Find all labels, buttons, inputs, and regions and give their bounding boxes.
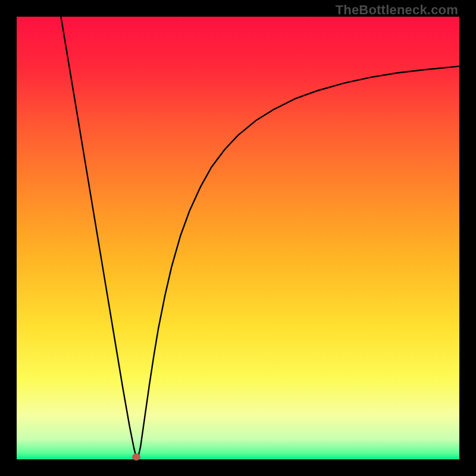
min-point-marker bbox=[132, 453, 140, 461]
bottleneck-curve bbox=[17, 17, 459, 459]
chart-frame: TheBottleneck.com bbox=[0, 0, 476, 476]
watermark-text: TheBottleneck.com bbox=[336, 2, 458, 18]
plot-area bbox=[17, 17, 459, 459]
